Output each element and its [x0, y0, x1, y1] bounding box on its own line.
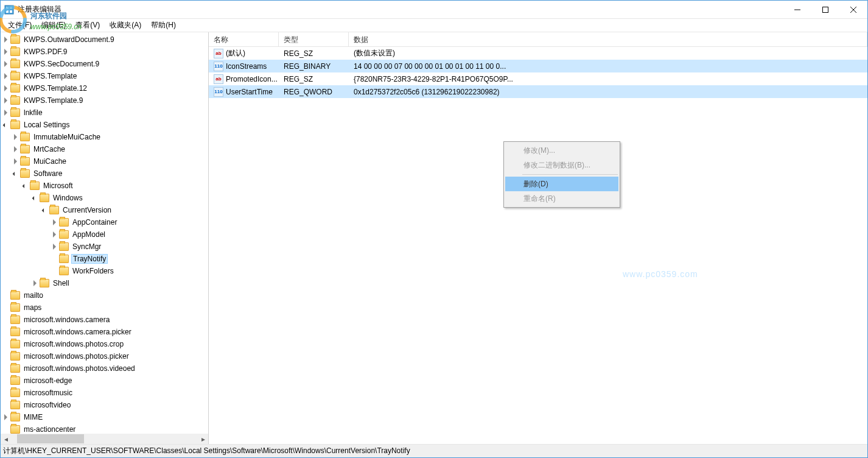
value-type: REG_SZ	[279, 49, 349, 58]
tree-item-label: TrayNotify	[71, 254, 108, 264]
expander-icon[interactable]	[49, 230, 59, 239]
tree-item[interactable]: AppContainer	[1, 216, 208, 228]
folder-icon	[10, 376, 20, 385]
tree-item-label: microsoft.windows.photos.videoed	[23, 364, 136, 373]
expander-icon[interactable]	[1, 96, 10, 105]
menu-view[interactable]: 查看(V)	[71, 19, 105, 32]
menu-edit[interactable]: 编辑(E)	[37, 19, 71, 32]
tree-item[interactable]: MrtCache	[1, 143, 208, 155]
scroll-thumb[interactable]	[17, 434, 84, 443]
expander-icon[interactable]	[1, 83, 10, 93]
minimize-button[interactable]	[783, 1, 811, 18]
tree-item[interactable]: microsoft-edge	[1, 375, 208, 387]
column-type[interactable]: 类型	[279, 32, 349, 46]
binary-value-icon: 110	[214, 87, 223, 97]
tree-item-label: MuiCache	[32, 157, 68, 166]
context-delete[interactable]: 删除(D)	[505, 177, 618, 191]
list-header: 名称 类型 数据	[209, 32, 867, 47]
folder-icon	[10, 340, 20, 348]
tree-item[interactable]: Shell	[1, 277, 208, 289]
tree-item[interactable]: microsoft.windows.camera.picker	[1, 326, 208, 338]
tree-item[interactable]: ms-actioncenter	[1, 423, 208, 434]
tree-item[interactable]: KWPS.Template.9	[1, 94, 208, 107]
tree-item[interactable]: KWPS.PDF.9	[1, 46, 208, 58]
tree-item[interactable]: MIME	[1, 411, 208, 423]
expander-icon[interactable]	[10, 157, 20, 166]
value-row[interactable]: 110IconStreamsREG_BINARY14 00 00 00 07 0…	[209, 60, 867, 72]
tree-item[interactable]: Software	[1, 167, 208, 180]
scroll-right-button[interactable]: ▸	[198, 434, 208, 444]
menu-favorites[interactable]: 收藏夹(A)	[105, 19, 146, 32]
status-path: 计算机\HKEY_CURRENT_USER\SOFTWARE\Classes\L…	[3, 446, 410, 456]
scroll-track[interactable]	[11, 434, 198, 444]
tree-item-label: microsoft.windows.photos.picker	[23, 352, 130, 361]
tree-item[interactable]: CurrentVersion	[1, 204, 208, 216]
context-modify[interactable]: 修改(M)...	[505, 143, 618, 158]
scroll-left-button[interactable]: ◂	[1, 434, 11, 444]
tree-item[interactable]: microsoft.windows.photos.videoed	[1, 362, 208, 375]
expander-icon[interactable]	[1, 120, 10, 130]
tree-item[interactable]: Local Settings	[1, 119, 208, 131]
value-row[interactable]: ab(默认)REG_SZ(数值未设置)	[209, 47, 867, 60]
expander-icon[interactable]	[1, 71, 10, 81]
tree-item[interactable]: KWPS.Template.12	[1, 82, 208, 94]
tree-scroll[interactable]: KWPS.OutwardDocument.9KWPS.PDF.9KWPS.Sec…	[1, 32, 208, 434]
tree-item[interactable]: lnkfile	[1, 107, 208, 119]
tree-item[interactable]: microsoftvideo	[1, 399, 208, 411]
tree-item-label: MIME	[23, 413, 44, 421]
expander-icon[interactable]	[1, 412, 10, 422]
titlebar: 注册表编辑器	[1, 1, 867, 19]
tree-item[interactable]: microsoft.windows.photos.crop	[1, 338, 208, 350]
tree-item[interactable]: microsoft.windows.photos.picker	[1, 350, 208, 362]
context-modify-binary[interactable]: 修改二进制数据(B)...	[505, 158, 618, 172]
tree-item[interactable]: MuiCache	[1, 155, 208, 167]
menu-help[interactable]: 帮助(H)	[146, 19, 181, 32]
minimize-icon	[794, 7, 800, 13]
folder-icon	[40, 194, 49, 202]
expander-icon[interactable]	[20, 181, 30, 191]
tree-item[interactable]: KWPS.SecDocument.9	[1, 58, 208, 70]
expander-icon[interactable]	[10, 144, 20, 154]
close-button[interactable]	[839, 1, 867, 18]
expander-icon[interactable]	[1, 47, 10, 57]
tree-item[interactable]: maps	[1, 301, 208, 314]
tree-horizontal-scrollbar[interactable]: ◂ ▸	[1, 434, 208, 444]
expander-icon[interactable]	[40, 205, 49, 215]
tree-item-label: Software	[32, 169, 63, 178]
column-data[interactable]: 数据	[349, 32, 867, 46]
tree-item[interactable]: TrayNotify	[1, 253, 208, 265]
tree-item[interactable]: microsoft.windows.camera	[1, 314, 208, 326]
binary-value-icon: 110	[214, 62, 223, 71]
value-type: REG_SZ	[279, 75, 349, 83]
expander-icon[interactable]	[1, 108, 10, 118]
tree-item[interactable]: KWPS.OutwardDocument.9	[1, 33, 208, 46]
list-body[interactable]: ab(默认)REG_SZ(数值未设置)110IconStreamsREG_BIN…	[209, 47, 867, 444]
context-rename[interactable]: 重命名(R)	[505, 191, 618, 206]
menu-file[interactable]: 文件(F)	[3, 19, 37, 32]
expander-icon[interactable]	[49, 242, 59, 252]
expander-icon[interactable]	[49, 217, 59, 227]
expander-icon[interactable]	[1, 35, 10, 44]
tree-item-label: KWPS.SecDocument.9	[23, 60, 100, 68]
expander-icon[interactable]	[30, 278, 40, 288]
tree-item[interactable]: WorkFolders	[1, 265, 208, 277]
tree-item[interactable]: AppModel	[1, 228, 208, 241]
tree-item[interactable]: KWPS.Template	[1, 70, 208, 82]
tree-item-label: microsoftmusic	[23, 389, 74, 397]
column-name[interactable]: 名称	[209, 32, 279, 46]
tree-item[interactable]: SyncMgr	[1, 241, 208, 253]
maximize-button[interactable]	[811, 1, 839, 18]
expander-icon[interactable]	[10, 169, 20, 178]
value-row[interactable]: 110UserStartTimeREG_QWORD0x1d275372f2c05…	[209, 85, 867, 98]
expander-icon[interactable]	[10, 132, 20, 142]
expander-icon[interactable]	[30, 193, 40, 203]
expander-icon[interactable]	[1, 59, 10, 69]
tree-item-label: microsoft.windows.camera	[23, 315, 111, 324]
value-row[interactable]: abPromotedIcon...REG_SZ{7820NR75-23R3-42…	[209, 72, 867, 85]
tree-item[interactable]: mailto	[1, 289, 208, 301]
tree-item[interactable]: ImmutableMuiCache	[1, 131, 208, 143]
value-type: REG_QWORD	[279, 88, 349, 96]
tree-item[interactable]: Microsoft	[1, 180, 208, 192]
tree-item[interactable]: microsoftmusic	[1, 387, 208, 399]
tree-item[interactable]: Windows	[1, 192, 208, 204]
